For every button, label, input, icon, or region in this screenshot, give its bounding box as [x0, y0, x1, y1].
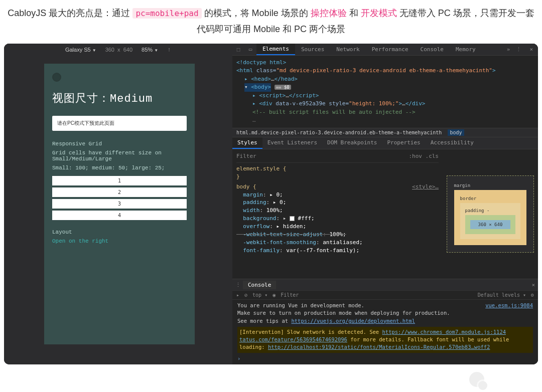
dom-tree[interactable]: <!doctype html> <html class="md device-p…	[232, 56, 538, 128]
tab-network[interactable]: Network	[330, 44, 365, 55]
levels-select[interactable]: Default levels ▾	[478, 292, 526, 298]
device-viewport: 视图尺寸：Medium 请在PC模式下预览此页面 Responsive Grid…	[44, 64, 195, 344]
grid-cell[interactable]: 2	[52, 187, 187, 197]
more-icon[interactable]: »	[504, 46, 513, 53]
close-icon[interactable]: ×	[531, 282, 535, 288]
tab-dom-breakpoints[interactable]: DOM Breakpoints	[322, 137, 382, 149]
clear-console-icon[interactable]: ⊘	[244, 292, 247, 298]
grid-cells: 1 2 3 4	[52, 176, 187, 220]
article-text: CabloyJS 最大的亮点是：通过 pc=mobile+pad 的模式，将 M…	[0, 0, 542, 38]
console-drawer: ⋮ Console × ▸ ⊘ top ▾ ◉ Filter Default l…	[232, 279, 538, 364]
eye-icon[interactable]: ◉	[273, 292, 276, 298]
tab-properties[interactable]: Properties	[382, 137, 425, 149]
tab-console[interactable]: Console	[415, 44, 450, 55]
inspect-icon[interactable]: ⬚	[232, 46, 244, 53]
section-heading: Layout	[52, 229, 187, 235]
grid-cell[interactable]: 3	[52, 199, 187, 209]
device-toolbar[interactable]: Galaxy S5 ▼ 360 x 640 85% ▼ ⋮	[4, 44, 232, 56]
styles-tabs: Styles Event Listeners DOM Breakpoints P…	[232, 137, 538, 149]
inline-code: pc=mobile+pad	[132, 8, 201, 19]
devtools-tabs: ⬚ ▭ Elements Sources Network Performance…	[232, 44, 538, 56]
styles-panel[interactable]: Filter:hov .cls element.style { } <style…	[232, 149, 443, 279]
sidebar-toggle-icon[interactable]: ▸	[236, 292, 239, 298]
device-toggle-icon[interactable]: ▭	[244, 46, 256, 53]
device-pane: Galaxy S5 ▼ 360 x 640 85% ▼ ⋮ 视图尺寸：Mediu…	[4, 44, 232, 364]
tab-accessibility[interactable]: Accessibility	[426, 137, 479, 149]
devtools-screenshot: Galaxy S5 ▼ 360 x 640 85% ▼ ⋮ 视图尺寸：Mediu…	[4, 44, 538, 364]
menu-icon[interactable]: ⋮	[235, 282, 241, 288]
grid-cell[interactable]: 1	[52, 176, 187, 185]
grid-cell[interactable]: 4	[52, 211, 187, 220]
tab-styles[interactable]: Styles	[232, 137, 262, 149]
section-heading: Responsive Grid	[52, 141, 187, 147]
console-prompt[interactable]: ›	[237, 353, 533, 362]
filter-input[interactable]: Filter	[281, 292, 472, 298]
filter-input[interactable]: Filter	[236, 152, 256, 160]
console-output[interactable]: vue.esm.js:9084You are running Vue in de…	[232, 300, 538, 364]
tab-elements[interactable]: Elements	[256, 44, 295, 55]
console-tab[interactable]: Console	[243, 281, 276, 289]
devtools-panel: ⬚ ▭ Elements Sources Network Performance…	[232, 44, 538, 364]
tab-event-listeners[interactable]: Event Listeners	[262, 137, 322, 149]
page-title: 视图尺寸：Medium	[52, 91, 187, 106]
context-select[interactable]: top ▾	[252, 292, 267, 298]
close-icon[interactable]: ×	[524, 46, 538, 53]
box-model: margin border padding - 360 × 640	[443, 149, 538, 279]
open-right-link[interactable]: Open on the right	[52, 238, 187, 244]
camera-icon	[52, 73, 61, 82]
tab-sources[interactable]: Sources	[295, 44, 330, 55]
tab-performance[interactable]: Performance	[366, 44, 415, 55]
breadcrumb[interactable]: html.md.device-pixel-ratio-3.device-andr…	[232, 128, 538, 137]
hov-cls-toggle[interactable]: :hov .cls	[409, 152, 439, 160]
message-box: 请在PC模式下预览此页面	[52, 116, 187, 131]
settings-icon[interactable]: ⚙	[531, 292, 534, 298]
tab-memory[interactable]: Memory	[450, 44, 482, 55]
menu-icon[interactable]: ⋮	[513, 46, 524, 53]
